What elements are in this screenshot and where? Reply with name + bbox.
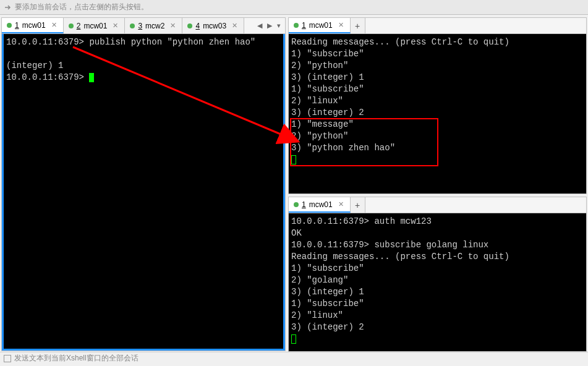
main-area: 1mcw01✕2mcw01✕3mcw2✕4mcw03✕ ◀ ▶ ▾ 10.0.0… [0, 15, 588, 352]
right-top-terminal[interactable]: Reading messages... (press Ctrl-C to qui… [289, 34, 586, 194]
tab-label: mcw2 [145, 22, 164, 30]
tab-label: mcw01 [309, 200, 333, 209]
tab-label: mcw01 [22, 21, 46, 30]
left-tabbar: 1mcw01✕2mcw01✕3mcw2✕4mcw03✕ ◀ ▶ ▾ [2, 18, 285, 34]
add-tab-button[interactable]: + [351, 18, 365, 33]
close-icon[interactable]: ✕ [111, 22, 119, 30]
right-bottom-tabbar: 1 mcw01 ✕ + [289, 197, 586, 213]
tab-mcw01-1[interactable]: 1mcw01✕ [2, 18, 64, 33]
left-column: 1mcw01✕2mcw01✕3mcw2✕4mcw03✕ ◀ ▶ ▾ 10.0.0… [1, 17, 286, 352]
tab-number: 2 [77, 22, 81, 30]
hint-bar: 要添加当前会话，点击左侧的箭头按钮。 [0, 0, 588, 15]
tab-mcw03-4[interactable]: 4mcw03✕ [182, 18, 244, 33]
close-icon[interactable]: ✕ [169, 22, 177, 30]
close-icon[interactable]: ✕ [337, 21, 345, 29]
bottom-bar-text: 发送文本到当前Xshell窗口的全部会话 [14, 353, 138, 364]
left-pane: 1mcw01✕2mcw01✕3mcw2✕4mcw03✕ ◀ ▶ ▾ 10.0.0… [1, 17, 286, 351]
tab-menu-icon[interactable]: ▾ [275, 20, 283, 31]
tab-nav: ◀ ▶ ▾ [253, 18, 285, 33]
status-dot-icon [294, 202, 299, 207]
highlight-annotation [290, 118, 438, 166]
tab-next-icon[interactable]: ▶ [265, 20, 274, 31]
close-icon[interactable]: ✕ [231, 22, 239, 30]
cursor [291, 334, 296, 344]
status-dot-icon [69, 23, 74, 28]
tab-number: 4 [195, 22, 200, 30]
left-terminal[interactable]: 10.0.0.11:6379> publish python "python z… [2, 34, 285, 351]
tab-right-bottom[interactable]: 1 mcw01 ✕ [289, 197, 351, 213]
status-dot-icon [130, 23, 135, 28]
tab-number: 1 [302, 21, 306, 30]
tab-number: 1 [302, 200, 306, 209]
right-bottom-pane: 1 mcw01 ✕ + 10.0.0.11:6379> auth mcw123 … [288, 197, 587, 352]
tab-number: 3 [138, 22, 142, 30]
right-column: 1 mcw01 ✕ + Reading messages... (press C… [288, 17, 587, 352]
tab-label: mcw01 [309, 21, 333, 30]
tab-mcw01-2[interactable]: 2mcw01✕ [64, 18, 126, 33]
tab-label: mcw03 [203, 22, 226, 30]
status-dot-icon [187, 23, 192, 28]
tab-mcw2-3[interactable]: 3mcw2✕ [125, 18, 182, 33]
right-top-pane: 1 mcw01 ✕ + Reading messages... (press C… [288, 17, 587, 194]
right-top-tabbar: 1 mcw01 ✕ + [289, 18, 586, 34]
close-icon[interactable]: ✕ [337, 200, 345, 208]
tab-prev-icon[interactable]: ◀ [255, 20, 264, 31]
bottom-bar: 发送文本到当前Xshell窗口的全部会话 [0, 352, 588, 364]
right-bottom-terminal[interactable]: 10.0.0.11:6379> auth mcw123 OK 10.0.0.11… [289, 213, 586, 351]
tab-label: mcw01 [83, 22, 107, 30]
cursor [89, 73, 94, 82]
tab-number: 1 [15, 21, 19, 30]
add-tab-button[interactable]: + [351, 197, 365, 213]
tab-right-top[interactable]: 1 mcw01 ✕ [289, 18, 351, 33]
status-dot-icon [294, 23, 299, 28]
arrow-hint-icon [4, 3, 12, 12]
status-dot-icon [7, 23, 12, 28]
close-icon[interactable]: ✕ [50, 21, 58, 29]
hint-text: 要添加当前会话，点击左侧的箭头按钮。 [15, 2, 148, 12]
cursor [291, 155, 296, 164]
broadcast-checkbox[interactable] [4, 355, 11, 362]
